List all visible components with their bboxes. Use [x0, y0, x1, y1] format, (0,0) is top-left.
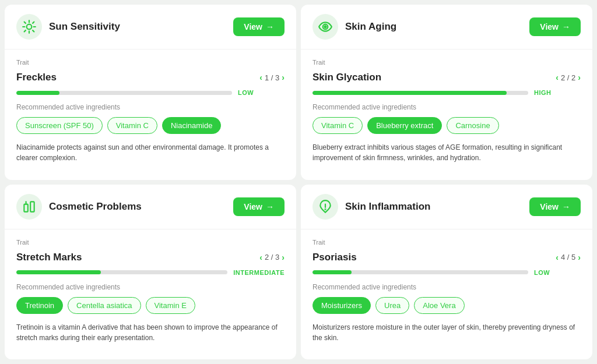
- card-body: Trait Skin Glycation ‹ 2 / 2 › HIGH Reco…: [301, 50, 592, 180]
- trait-label: Trait: [312, 239, 581, 246]
- view-button[interactable]: View →: [233, 197, 285, 216]
- card-title: Cosmetic Problems: [49, 201, 226, 213]
- card-header: Sun Sensitivity View →: [5, 5, 296, 50]
- ingredient-button[interactable]: Vitamin C: [312, 117, 363, 134]
- description-text: Moisturizers restore moisture in the out…: [312, 322, 581, 343]
- ingredient-list: Moisturizers Urea Aloe Vera: [312, 297, 581, 314]
- trait-nav: ‹ 2 / 3 ›: [259, 253, 285, 262]
- progress-bar-fill: [16, 270, 101, 274]
- nav-next-arrow[interactable]: ›: [578, 253, 581, 262]
- ingredient-button[interactable]: Blueberry extract: [367, 117, 442, 134]
- progress-label: HIGH: [534, 89, 581, 96]
- progress-row: HIGH: [312, 89, 581, 96]
- card-header: Cosmetic Problems View →: [5, 185, 296, 229]
- nav-position: 4 / 5: [561, 253, 575, 261]
- svg-line-4: [33, 30, 34, 31]
- card-title: Sun Sensitivity: [49, 21, 226, 33]
- arrow-icon: →: [562, 22, 570, 31]
- arrow-icon: →: [562, 202, 570, 211]
- svg-line-3: [24, 22, 26, 23]
- ingredient-button[interactable]: Niacinamide: [162, 117, 222, 134]
- trait-name: Psoriasis: [312, 252, 357, 263]
- progress-label: LOW: [238, 89, 285, 96]
- arrow-icon: →: [266, 202, 274, 211]
- trait-row: Stretch Marks ‹ 2 / 3 ›: [16, 252, 285, 263]
- trait-row: Psoriasis ‹ 4 / 5 ›: [312, 252, 581, 263]
- progress-row: LOW: [312, 269, 581, 276]
- ingredient-button[interactable]: Carnosine: [447, 117, 498, 134]
- nav-prev-arrow[interactable]: ‹: [259, 73, 262, 82]
- progress-bar-fill: [312, 270, 352, 274]
- nav-next-arrow[interactable]: ›: [282, 73, 285, 82]
- progress-bar-fill: [16, 91, 59, 95]
- arrow-icon: →: [266, 22, 274, 31]
- view-label: View: [244, 202, 262, 211]
- progress-bar-bg: [16, 91, 232, 95]
- nav-prev-arrow[interactable]: ‹: [556, 253, 559, 262]
- nav-position: 2 / 2: [561, 73, 575, 82]
- card-cosmetic-problems: Cosmetic Problems View → Trait Stretch M…: [5, 185, 296, 360]
- ingredient-button[interactable]: Tretinoin: [16, 297, 63, 314]
- svg-point-10: [324, 26, 326, 27]
- progress-bar-bg: [312, 270, 528, 274]
- nav-prev-arrow[interactable]: ‹: [556, 73, 559, 82]
- ingredients-section-label: Recommended active ingredients: [16, 283, 285, 291]
- ingredient-button[interactable]: Centella asiatica: [68, 297, 141, 314]
- nav-next-arrow[interactable]: ›: [578, 73, 581, 82]
- svg-line-8: [33, 22, 34, 23]
- view-label: View: [540, 202, 559, 211]
- card-header: Skin Aging View →: [301, 5, 592, 50]
- trait-nav: ‹ 1 / 3 ›: [259, 73, 285, 82]
- card-body: Trait Stretch Marks ‹ 2 / 3 › INTERMEDIA…: [5, 229, 296, 360]
- ingredient-button[interactable]: Vitamin E: [146, 297, 195, 314]
- description-text: Niacinamide protects against sun and oth…: [16, 142, 285, 163]
- view-button[interactable]: View →: [233, 17, 285, 36]
- view-button[interactable]: View →: [529, 17, 581, 36]
- ingredient-button[interactable]: Urea: [375, 297, 409, 314]
- svg-line-7: [24, 30, 26, 31]
- ingredient-button[interactable]: Aloe Vera: [414, 297, 464, 314]
- inflammation-icon: [312, 194, 338, 220]
- trait-nav: ‹ 4 / 5 ›: [556, 253, 581, 262]
- trait-name: Skin Glycation: [312, 72, 381, 83]
- ingredient-button[interactable]: Sunscreen (SPF 50): [16, 117, 103, 134]
- card-title: Skin Inflammation: [345, 201, 522, 213]
- description-text: Tretinoin is a vitamin A derivative that…: [16, 322, 285, 343]
- view-label: View: [540, 22, 559, 31]
- view-button[interactable]: View →: [529, 197, 581, 216]
- ingredients-section-label: Recommended active ingredients: [16, 103, 285, 111]
- nav-position: 1 / 3: [265, 73, 279, 82]
- progress-bar-bg: [16, 270, 227, 274]
- trait-name: Freckles: [16, 72, 57, 83]
- card-sun-sensitivity: Sun Sensitivity View → Trait Freckles ‹ …: [5, 5, 296, 180]
- trait-row: Freckles ‹ 1 / 3 ›: [16, 72, 285, 83]
- view-label: View: [244, 22, 262, 31]
- nav-next-arrow[interactable]: ›: [282, 253, 285, 262]
- card-body: Trait Freckles ‹ 1 / 3 › LOW Recommended…: [5, 50, 296, 180]
- cosmetic-icon: [16, 194, 42, 220]
- ingredient-button[interactable]: Moisturizers: [312, 297, 371, 314]
- svg-rect-11: [24, 204, 28, 211]
- progress-label: INTERMEDIATE: [233, 269, 285, 276]
- description-text: Blueberry extract inhibits various stage…: [312, 142, 581, 163]
- nav-prev-arrow[interactable]: ‹: [259, 253, 262, 262]
- nav-position: 2 / 3: [265, 253, 279, 261]
- trait-name: Stretch Marks: [16, 252, 82, 263]
- svg-point-15: [325, 208, 325, 209]
- sun-icon: [16, 14, 42, 40]
- eye-icon: [312, 14, 338, 40]
- card-body: Trait Psoriasis ‹ 4 / 5 › LOW Recommende…: [301, 229, 592, 360]
- progress-label: LOW: [534, 269, 581, 276]
- trait-label: Trait: [16, 239, 285, 246]
- svg-rect-12: [30, 202, 34, 211]
- trait-nav: ‹ 2 / 2 ›: [556, 73, 581, 82]
- ingredients-section-label: Recommended active ingredients: [312, 283, 581, 291]
- ingredient-button[interactable]: Vitamin C: [107, 117, 157, 134]
- ingredient-list: Vitamin C Blueberry extract Carnosine: [312, 117, 581, 134]
- ingredient-list: Tretinoin Centella asiatica Vitamin E: [16, 297, 285, 314]
- card-header: Skin Inflammation View →: [301, 185, 592, 229]
- progress-row: INTERMEDIATE: [16, 269, 285, 276]
- card-skin-aging: Skin Aging View → Trait Skin Glycation ‹…: [301, 5, 592, 180]
- progress-row: LOW: [16, 89, 285, 96]
- svg-point-0: [27, 24, 32, 30]
